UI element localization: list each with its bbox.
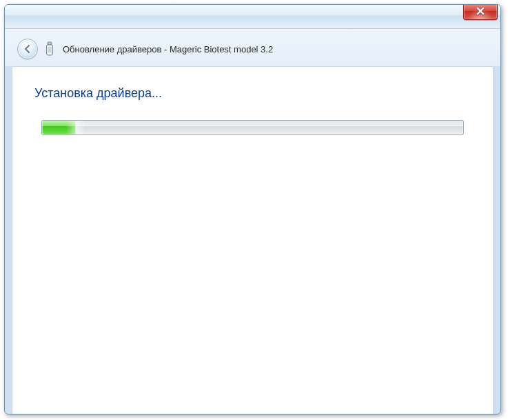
svg-rect-0: [48, 42, 52, 45]
wizard-title: Обновление драйверов - Mageric Biotest m…: [63, 44, 273, 54]
close-button[interactable]: [463, 4, 498, 20]
content-heading: Установка драйвера...: [34, 86, 472, 101]
svg-rect-2: [48, 47, 52, 52]
progress-bar: [41, 120, 464, 135]
wizard-window: Обновление драйверов - Mageric Biotest m…: [4, 4, 501, 414]
progress-fill: [42, 121, 76, 134]
close-icon: [476, 6, 485, 16]
titlebar[interactable]: [5, 5, 500, 29]
content-panel: Установка драйвера...: [12, 66, 494, 414]
progress-container: [41, 120, 464, 135]
back-arrow-icon: [22, 43, 33, 54]
device-icon: [45, 41, 56, 57]
back-button[interactable]: [17, 39, 38, 59]
wizard-header: Обновление драйверов - Mageric Biotest m…: [5, 29, 500, 66]
